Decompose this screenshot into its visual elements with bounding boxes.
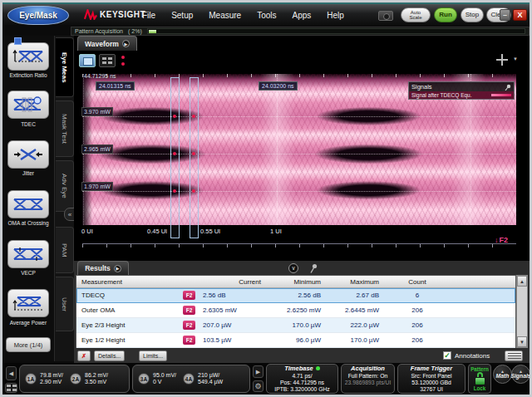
stop-button[interactable]: Stop xyxy=(461,7,484,22)
minimize-button[interactable]: – xyxy=(500,9,510,21)
extinction-ratio-icon xyxy=(12,49,44,64)
table-row-outer-oma[interactable]: Outer OMA F2 2.6305 mW 2.6250 mW 2.6445 … xyxy=(76,303,515,318)
scroll-channels-left-button[interactable]: ◀ xyxy=(6,366,17,380)
tab-user-label: User xyxy=(61,297,68,311)
col-minimum[interactable]: Minimum xyxy=(268,276,321,287)
vecp-icon xyxy=(12,247,44,262)
sidebar-tab-pam[interactable]: PAM xyxy=(56,227,74,273)
jitter-button[interactable] xyxy=(7,140,49,169)
channel-1a-scale: 79.8 mV/ xyxy=(40,372,63,380)
menu-setup[interactable]: Setup xyxy=(171,11,193,20)
col-maximum[interactable]: Maximum xyxy=(326,276,379,287)
run-button[interactable]: Run xyxy=(434,7,457,22)
channel-2a-offset: 3.50 mV xyxy=(85,379,108,386)
ui-label-1: 1 UI xyxy=(270,228,282,235)
pin-icon[interactable] xyxy=(505,84,511,91)
table-row-eye-12-height[interactable]: Eye 1/2 Height F2 103.5 µW 96.0 µW 170.0… xyxy=(76,333,515,348)
extinction-ratio-button[interactable] xyxy=(7,42,49,71)
menu-measure[interactable]: Measure xyxy=(209,11,241,20)
view-dropdown-button[interactable]: ▼ xyxy=(513,56,518,61)
scroll-up-icon[interactable]: ▲ xyxy=(517,276,527,287)
menu-tools[interactable]: Tools xyxy=(257,11,276,20)
scroll-down-icon[interactable]: ▼ xyxy=(517,336,527,347)
brand-label: KEYSIGHT xyxy=(100,10,145,19)
table-row-tdecq[interactable]: TDECQ F2 2.56 dB 2.56 dB 2.67 dB 6 xyxy=(76,288,515,303)
eye-mask-app-button[interactable]: Eye/Mask xyxy=(7,6,69,25)
menubar: File Setup Measure Tools Apps Help xyxy=(142,4,344,27)
extinction-ratio-label: Extinction Ratio xyxy=(2,72,54,78)
tdecq-window-right[interactable] xyxy=(190,77,199,238)
timebase-scale: 4.71 ps/ xyxy=(267,373,337,380)
left-arrow-icon: ◀ xyxy=(9,370,13,377)
right-arrow-icon: ▶ xyxy=(256,369,260,375)
results-scrollbar[interactable]: ▲ ▼ xyxy=(516,275,528,348)
col-count[interactable]: Count xyxy=(397,276,438,287)
results-collapse-button[interactable]: ∨ xyxy=(288,263,298,273)
f2-badge: F2 xyxy=(183,336,195,345)
settings-button[interactable]: ⚙ xyxy=(253,380,264,392)
ui-label-0: 0 UI xyxy=(81,228,93,235)
frame-trigger-panel[interactable]: Frame Trigger Src: Front Panel 53.120000… xyxy=(397,364,466,394)
close-button[interactable]: X xyxy=(513,9,527,21)
scroll-channels-right-button[interactable]: ▶ xyxy=(253,365,264,378)
sidebar-tabstrip: Eye Meas Mask Test Adv Eye PAM User xyxy=(54,36,74,361)
channel-3a[interactable]: 3A 95.0 mV/0 V xyxy=(138,372,176,386)
tdecq-window-left[interactable] xyxy=(170,77,180,238)
time-marker-left[interactable]: 24.01315 ns xyxy=(96,81,135,91)
average-power-button[interactable] xyxy=(7,289,49,317)
sidebar-tab-mask-test[interactable]: Mask Test xyxy=(56,100,74,157)
plot-top-ticks xyxy=(82,74,516,77)
sidebar-tab-adv-eye[interactable]: Adv Eye xyxy=(56,160,74,212)
signals-legend[interactable]: Signals Signal after TDECQ Equ. xyxy=(408,81,515,100)
auto-scale-button[interactable]: Auto Scale xyxy=(401,7,431,22)
table-row-eye-23-height[interactable]: Eye 2/3 Height F2 207.0 µW 170.0 µW 222.… xyxy=(76,318,515,333)
layout-grid-button[interactable] xyxy=(99,54,116,67)
channel-panel-3-4[interactable]: 3A 95.0 mV/0 V 4A 210 µW/549.4 µW xyxy=(132,365,250,393)
channel-panel-1-2[interactable]: 1A 79.8 mV/2.90 mV 2A 86.2 mV/3.50 mV xyxy=(19,365,130,393)
frame-trigger-rate: 53.120000 GBd xyxy=(398,380,465,386)
timebase-panel[interactable]: Timebase 4.71 ps/ Pos: 44.71295 ns IPTB:… xyxy=(266,364,338,394)
channel-1a[interactable]: 1A 79.8 mV/2.90 mV xyxy=(25,372,63,386)
legend-title: Signals xyxy=(411,83,432,91)
menu-apps[interactable]: Apps xyxy=(293,11,312,20)
vecp-button[interactable] xyxy=(7,240,49,268)
col-current[interactable]: Current xyxy=(201,276,261,287)
camera-icon[interactable] xyxy=(378,11,393,21)
legend-entry-label: Signal after TDECQ Equ. xyxy=(411,92,472,98)
move-icon xyxy=(496,54,508,66)
menu-help[interactable]: Help xyxy=(327,11,344,20)
annotations-checkbox[interactable]: ✓ xyxy=(443,351,451,360)
oma-at-crossing-button[interactable] xyxy=(7,190,49,218)
more-pages-button[interactable]: More (1/4) xyxy=(6,337,51,352)
tdec-button[interactable] xyxy=(7,91,49,119)
results-tab[interactable]: Results ▶ xyxy=(77,261,129,275)
channel-1a-badge: 1A xyxy=(25,373,37,385)
move-view-button[interactable] xyxy=(496,54,508,66)
limits-button[interactable]: Limits... xyxy=(139,350,167,361)
collapse-left-icon: « xyxy=(68,211,71,218)
sidebar-tab-eye-meas[interactable]: Eye Meas xyxy=(56,37,74,97)
results-pin-icon[interactable] xyxy=(310,263,318,273)
channel-2a[interactable]: 2A 86.2 mV/3.50 mV xyxy=(70,372,108,386)
sample-dot xyxy=(192,152,195,155)
waveform-tab-menu-icon[interactable]: ▶ xyxy=(122,40,130,47)
channel-4a[interactable]: 4A 210 µW/549.4 µW xyxy=(183,372,223,386)
time-marker-right[interactable]: 24.03200 ns xyxy=(259,81,298,91)
signals-button[interactable]: ▲ Signals xyxy=(511,365,530,384)
display-mode-button[interactable] xyxy=(79,54,96,67)
sample-dot xyxy=(192,115,195,118)
menu-file[interactable]: File xyxy=(142,11,155,20)
sample-dot xyxy=(173,189,176,193)
delete-measurement-button[interactable]: ✗ xyxy=(77,350,91,361)
acquisition-panel[interactable]: Acquisition Full Pattern: On 23.9869893 … xyxy=(341,364,395,394)
legend-entry-tdecq[interactable]: Signal after TDECQ Equ. xyxy=(409,91,514,99)
waveform-tab[interactable]: Waveform ▶ xyxy=(77,36,137,51)
pattern-lock-button[interactable]: Pattern Lock xyxy=(468,364,491,394)
col-measurement[interactable]: Measurement xyxy=(81,276,122,287)
annotation-list-button[interactable] xyxy=(505,350,523,361)
results-tab-menu-icon[interactable]: ▶ xyxy=(114,265,121,272)
details-button[interactable]: Details... xyxy=(94,350,125,361)
math-button[interactable]: ▲ Math xyxy=(493,365,512,384)
sidebar-tab-user[interactable]: User xyxy=(56,277,74,331)
screen-layout-button[interactable] xyxy=(5,383,17,393)
